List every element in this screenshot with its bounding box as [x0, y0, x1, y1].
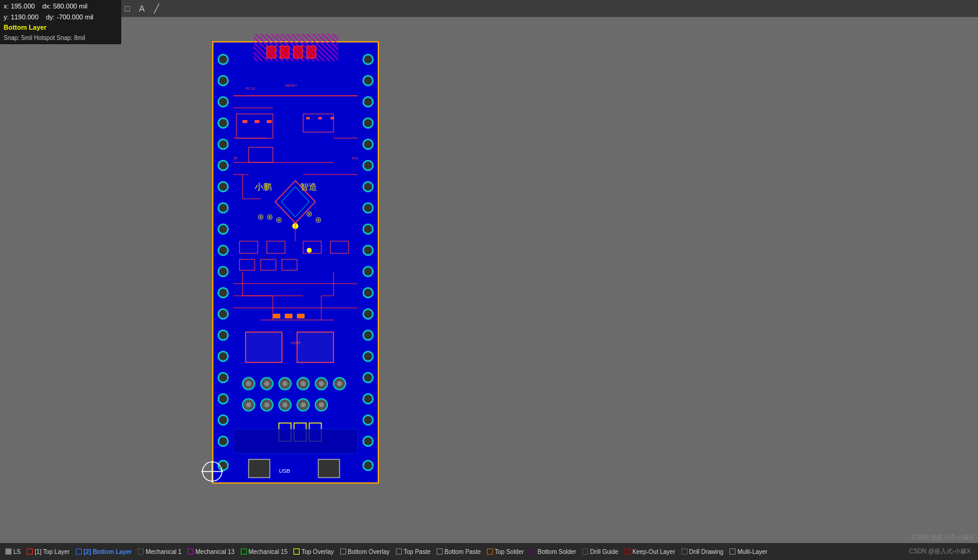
svg-point-28	[221, 333, 225, 337]
layer-color-swatch	[396, 548, 402, 555]
svg-point-74	[366, 397, 370, 401]
layer-label-text: LS	[13, 548, 21, 555]
svg-text:RESET: RESET	[285, 84, 297, 87]
status-bar: LS[1] Top Layer[2] Bottom LayerMechanica…	[0, 543, 978, 560]
pad-icon[interactable]: □	[121, 2, 133, 15]
x-value: 195.000	[11, 2, 35, 10]
layer-color-swatch	[340, 548, 346, 555]
svg-point-6	[221, 100, 225, 104]
svg-point-58	[366, 227, 370, 231]
layer-color-swatch	[437, 548, 443, 555]
svg-rect-113	[297, 332, 333, 362]
layer-item-keep-out[interactable]: Keep-Out Layer	[621, 543, 678, 560]
canvas-area[interactable]: 小鹏 智造	[0, 17, 978, 543]
layer-item-multi-layer[interactable]: Multi-Layer	[726, 543, 770, 560]
svg-rect-143	[297, 314, 304, 318]
layer-label-text: Multi-Layer	[737, 548, 767, 555]
layer-item-top-paste[interactable]: Top Paste	[393, 543, 434, 560]
layer-item-ls[interactable]: LS	[2, 543, 24, 560]
svg-point-12	[221, 164, 225, 167]
layer-color-swatch	[293, 548, 300, 555]
layer-label-text: Bottom Solder	[538, 548, 576, 555]
svg-point-44	[366, 79, 370, 82]
svg-point-127	[246, 402, 251, 407]
svg-rect-109	[282, 259, 297, 270]
layer-label-text: Drill Guide	[590, 548, 618, 555]
svg-point-56	[366, 206, 370, 210]
layer-label-text: Top Overlay	[301, 548, 333, 555]
svg-point-157	[318, 219, 320, 221]
layer-color-swatch	[76, 548, 82, 555]
svg-text:3V: 3V	[233, 156, 238, 160]
svg-point-2	[221, 58, 225, 61]
svg-point-64	[366, 291, 370, 295]
layer-item-mechanical15[interactable]: Mechanical 15	[238, 543, 290, 560]
text-icon[interactable]: A	[136, 2, 148, 15]
svg-point-140	[307, 248, 312, 253]
layer-item-mechanical1[interactable]: Mechanical 1	[135, 543, 184, 560]
svg-rect-82	[303, 114, 333, 132]
svg-rect-162	[233, 429, 358, 453]
layer-color-swatch	[487, 548, 493, 555]
x-label: x:	[4, 2, 9, 10]
svg-point-22	[221, 270, 225, 273]
layer-item-bottom-paste[interactable]: Bottom Paste	[434, 543, 484, 560]
layer-label-text: Bottom Overlay	[348, 548, 390, 555]
pcb-board[interactable]: 小鹏 智造	[212, 41, 379, 484]
svg-point-72	[366, 376, 370, 379]
layer-label-text: [1] Top Layer	[35, 548, 70, 555]
measure-icon[interactable]: ╱	[150, 2, 162, 15]
svg-rect-107	[239, 259, 255, 270]
svg-rect-106	[330, 241, 349, 253]
svg-point-32	[221, 376, 225, 379]
csdn-watermark: CSDN @嵌入式-小腸X	[909, 547, 976, 556]
svg-point-129	[264, 402, 269, 407]
layer-item-mechanical13[interactable]: Mechanical 13	[184, 543, 237, 560]
svg-rect-137	[318, 459, 340, 478]
svg-point-8	[221, 121, 225, 125]
svg-point-70	[366, 355, 370, 358]
hatch-area	[253, 34, 338, 61]
toolbar: ⊞ ↗ ▭ ╱ ◡ ⬡ 〜 ◎ □ A ╱	[0, 0, 978, 17]
crosshair	[200, 459, 224, 484]
layer-item-bottom-layer[interactable]: [2] Bottom Layer	[73, 543, 135, 560]
layer-item-drill-guide[interactable]: Drill Guide	[579, 543, 621, 560]
svg-point-24	[221, 291, 225, 295]
svg-point-26	[221, 312, 225, 316]
svg-point-18	[221, 227, 225, 231]
svg-point-135	[319, 402, 324, 407]
layer-item-top-layer[interactable]: [1] Top Layer	[24, 543, 73, 560]
svg-point-54	[366, 185, 370, 188]
svg-point-62	[366, 270, 370, 273]
layer-item-top-solder[interactable]: Top Solder	[484, 543, 527, 560]
svg-point-4	[221, 79, 225, 82]
layer-item-bottom-overlay[interactable]: Bottom Overlay	[337, 543, 393, 560]
layer-item-drill-drawing[interactable]: Drill Drawing	[678, 543, 727, 560]
svg-point-52	[366, 164, 370, 167]
svg-point-76	[366, 418, 370, 422]
svg-point-14	[221, 185, 225, 188]
svg-point-42	[366, 58, 370, 61]
layer-item-top-overlay[interactable]: Top Overlay	[290, 543, 337, 560]
active-layer-name: Bottom Layer	[4, 22, 118, 33]
layer-color-swatch	[241, 548, 247, 555]
y-value: 1190.000	[11, 13, 39, 21]
layer-color-swatch	[582, 548, 588, 555]
layer-label-text: Top Paste	[404, 548, 430, 555]
svg-point-38	[221, 439, 225, 443]
svg-point-68	[366, 333, 370, 337]
svg-point-78	[366, 439, 370, 443]
svg-point-20	[221, 248, 225, 252]
svg-point-80	[366, 464, 370, 467]
dx-value: 580.000 mil	[53, 2, 87, 10]
layer-color-swatch	[5, 548, 12, 555]
layer-label-text: [2] Bottom Layer	[84, 548, 132, 555]
svg-text:PC13: PC13	[246, 87, 255, 90]
layer-item-bottom-solder[interactable]: Bottom Solder	[527, 543, 579, 560]
svg-rect-98	[330, 117, 334, 119]
svg-rect-105	[303, 241, 321, 253]
layer-color-swatch	[682, 548, 688, 555]
svg-point-131	[283, 402, 287, 407]
dx-label: dx:	[42, 2, 52, 10]
dy-label: dy:	[46, 13, 55, 21]
